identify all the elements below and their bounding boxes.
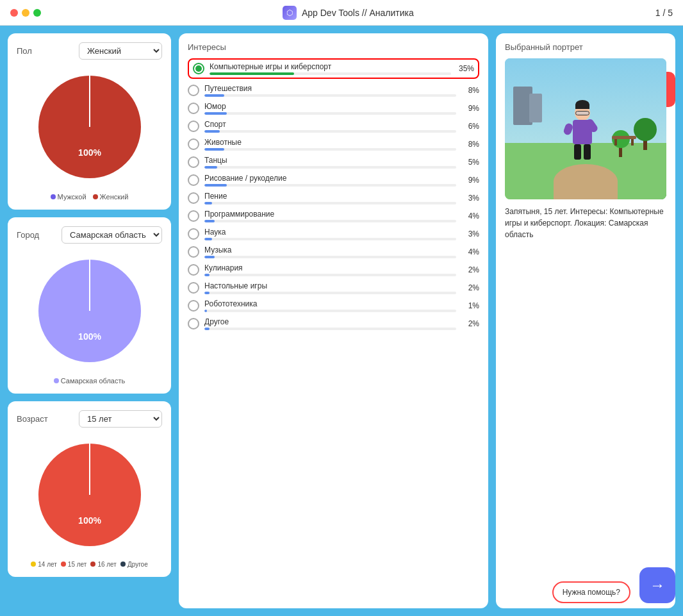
interest-bar-bg bbox=[204, 130, 456, 133]
interest-name: Юмор bbox=[204, 102, 456, 111]
svg-text:100%: 100% bbox=[78, 331, 101, 342]
interest-row[interactable]: Настольные игры 2% bbox=[188, 281, 479, 294]
interest-name: Музыка bbox=[204, 246, 456, 254]
age-pie-chart: 100% bbox=[29, 434, 151, 556]
city-pie-chart: 100% bbox=[29, 250, 151, 372]
interest-pct: 35% bbox=[456, 64, 474, 73]
interest-radio[interactable] bbox=[188, 192, 199, 204]
right-column: 00 баллов Выбранный портрет bbox=[496, 33, 675, 608]
interest-radio-selected[interactable] bbox=[193, 63, 204, 74]
interest-radio[interactable] bbox=[188, 318, 199, 329]
interest-content: Кулинария bbox=[204, 263, 456, 276]
interest-bar bbox=[204, 112, 227, 115]
interest-name: Программирование bbox=[204, 210, 456, 219]
portrait-description: Запятыня, 15 лет. Интересы: Компьютерные… bbox=[505, 206, 666, 240]
selected-interest-wrapper[interactable]: Компьютерные игры и киберспорт 35% bbox=[188, 58, 479, 79]
interest-radio[interactable] bbox=[188, 138, 199, 150]
interest-radio[interactable] bbox=[188, 156, 199, 168]
interest-name: Настольные игры bbox=[204, 281, 456, 290]
next-button[interactable]: → bbox=[639, 567, 675, 603]
interest-row[interactable]: Спорт 6% bbox=[188, 120, 479, 133]
interest-row[interactable]: Музыка 4% bbox=[188, 246, 479, 258]
page-indicator: 1 / 5 bbox=[655, 8, 673, 18]
interest-content: Путешествия bbox=[204, 84, 456, 97]
interest-row[interactable]: Юмор 9% bbox=[188, 102, 479, 115]
interest-name: Кулинария bbox=[204, 263, 456, 272]
interest-bar-bg bbox=[204, 310, 456, 312]
interest-content: Спорт bbox=[204, 120, 456, 133]
city-legend: Самарская область bbox=[54, 377, 125, 385]
interest-name: Пение bbox=[204, 192, 456, 201]
interest-pct: 6% bbox=[461, 122, 479, 131]
gender-card: Пол Мужской Женский 100% Мужской Женский bbox=[8, 33, 171, 210]
help-button[interactable]: Нужна помощь? bbox=[552, 581, 630, 603]
interest-radio[interactable] bbox=[188, 246, 199, 258]
gender-pie-container: 100% Мужской Женский bbox=[17, 66, 162, 201]
city-pie-container: 100% Самарская область bbox=[17, 250, 162, 385]
interest-radio[interactable] bbox=[188, 282, 199, 294]
interest-row[interactable]: Другое 2% bbox=[188, 317, 479, 330]
gender-pie-chart: 100% bbox=[29, 66, 151, 188]
interest-pct: 2% bbox=[461, 283, 479, 292]
interest-bar-bg bbox=[204, 148, 456, 151]
interest-name: Наука bbox=[204, 228, 456, 237]
interest-name: Рисование / рукоделие bbox=[204, 174, 456, 183]
gender-label: Пол bbox=[17, 46, 32, 56]
titlebar: ⬡ App Dev Tools // Аналитика 1 / 5 bbox=[0, 0, 683, 26]
interest-radio[interactable] bbox=[188, 85, 199, 96]
interest-row[interactable]: Рисование / рукоделие 9% bbox=[188, 174, 479, 187]
interest-bar bbox=[204, 256, 215, 258]
interest-row[interactable]: Танцы 5% bbox=[188, 156, 479, 169]
interest-radio[interactable] bbox=[188, 174, 199, 186]
interest-bar-bg bbox=[204, 274, 456, 276]
svg-text:100%: 100% bbox=[78, 147, 101, 158]
interest-bar bbox=[204, 274, 210, 276]
interest-row[interactable]: Животные 8% bbox=[188, 138, 479, 151]
interest-row[interactable]: Робототехника 1% bbox=[188, 299, 479, 312]
interest-bar-bg bbox=[204, 238, 456, 240]
interest-content: Музыка bbox=[204, 246, 456, 258]
character-figure bbox=[573, 105, 592, 160]
interest-row[interactable]: Путешествия 8% bbox=[188, 84, 479, 97]
city-card: Город Самарская область 100% Самарская о… bbox=[8, 217, 171, 394]
age-select[interactable]: 14 лет 15 лет 16 лет Другое bbox=[79, 410, 162, 428]
app-title: ⬡ App Dev Tools // Аналитика bbox=[283, 6, 414, 20]
interest-bar bbox=[204, 202, 212, 204]
interest-bar bbox=[204, 148, 224, 151]
interest-content: Наука bbox=[204, 228, 456, 240]
interest-pct: 9% bbox=[461, 176, 479, 185]
gender-legend-female: Женский bbox=[93, 193, 129, 201]
interest-bar bbox=[204, 292, 210, 294]
interest-bar-bg bbox=[204, 184, 456, 187]
maximize-button[interactable] bbox=[33, 9, 41, 17]
svg-rect-13 bbox=[612, 136, 636, 139]
gender-select[interactable]: Мужской Женский bbox=[79, 42, 162, 60]
interest-row[interactable]: Наука 3% bbox=[188, 228, 479, 240]
portrait-image bbox=[505, 58, 666, 199]
interest-row[interactable]: Пение 3% bbox=[188, 192, 479, 204]
city-select[interactable]: Самарская область bbox=[62, 226, 162, 244]
interest-bar bbox=[210, 72, 294, 75]
left-column: Пол Мужской Женский 100% Мужской Женский bbox=[8, 33, 171, 608]
interest-radio[interactable] bbox=[188, 121, 199, 132]
interest-bar bbox=[204, 166, 217, 169]
close-button[interactable] bbox=[10, 9, 18, 17]
window-controls[interactable] bbox=[10, 9, 41, 17]
interest-row[interactable]: Программирование 4% bbox=[188, 210, 479, 222]
interest-row[interactable]: Кулинария 2% bbox=[188, 263, 479, 276]
interest-bar-bg bbox=[204, 256, 456, 258]
interest-content: Программирование bbox=[204, 210, 456, 222]
portrait-card: Выбранный портрет bbox=[496, 33, 675, 608]
interest-bar-bg bbox=[204, 94, 456, 97]
interest-radio[interactable] bbox=[188, 300, 199, 312]
interest-radio[interactable] bbox=[188, 210, 199, 222]
interest-radio[interactable] bbox=[188, 228, 199, 240]
interest-radio[interactable] bbox=[188, 264, 199, 276]
interest-radio[interactable] bbox=[188, 103, 199, 114]
age-legend-15: 15 лет bbox=[61, 561, 87, 568]
interest-row[interactable]: Компьютерные игры и киберспорт 35% bbox=[193, 62, 474, 75]
age-legend: 14 лет 15 лет 16 лет Другое bbox=[31, 561, 147, 568]
interest-name: Робототехника bbox=[204, 299, 456, 308]
minimize-button[interactable] bbox=[22, 9, 29, 17]
interest-pct: 2% bbox=[461, 319, 479, 328]
